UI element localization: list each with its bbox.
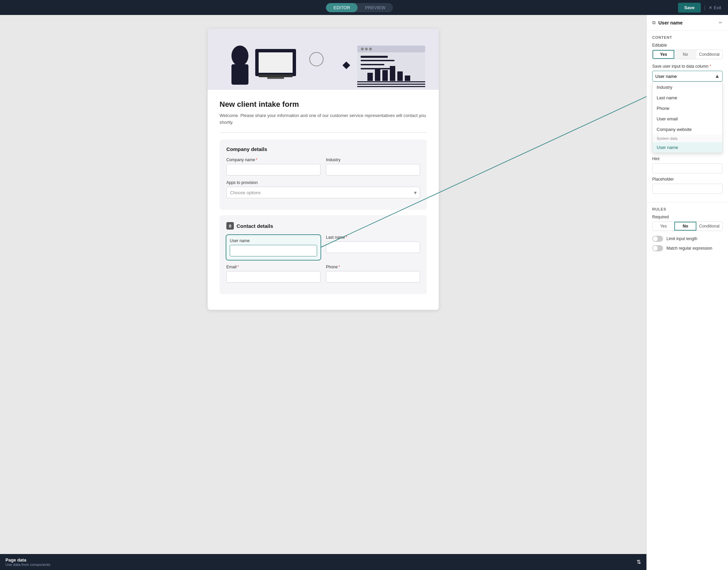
contact-section-title: Contact details <box>237 223 273 229</box>
contact-row-2: Email * Phone * <box>226 265 420 283</box>
last-name-input[interactable] <box>326 241 420 253</box>
limit-input-row: Limit input length <box>652 236 723 242</box>
match-regex-row: Match regular expression <box>652 245 723 251</box>
svg-rect-4 <box>259 52 293 73</box>
svg-rect-18 <box>367 73 373 81</box>
required-yes-btn[interactable]: Yes <box>653 222 674 231</box>
svg-point-1 <box>231 46 248 66</box>
dropdown-item-phone[interactable]: Phone <box>653 103 722 114</box>
topbar: EDITOR PREVIEW Save | ✕ Exit <box>0 0 728 15</box>
section-delete-icon[interactable]: 🗑 <box>226 222 234 230</box>
editable-no-btn[interactable]: No <box>674 50 696 59</box>
svg-rect-24 <box>357 81 425 82</box>
email-input[interactable] <box>226 271 320 283</box>
panel-copy-icon: ⧉ <box>652 20 656 26</box>
svg-rect-23 <box>405 76 410 81</box>
panel-content-section: CONTENT Editable Yes No Conditional Save… <box>647 31 728 202</box>
svg-rect-26 <box>357 86 425 87</box>
email-field: Email * <box>226 265 320 283</box>
dropdown-item-last-name[interactable]: Last name <box>653 93 722 103</box>
apps-select-wrapper: Choose options <box>226 187 420 198</box>
page-data-bar-info: Page data Use data from components <box>5 557 50 567</box>
panel-title: User name <box>658 20 716 26</box>
required-toggle-group: Yes No Conditional <box>652 221 723 231</box>
svg-rect-14 <box>361 56 388 58</box>
user-name-field-container: User name <box>226 235 320 260</box>
svg-rect-2 <box>231 64 248 85</box>
email-required-star: * <box>237 265 239 269</box>
phone-input[interactable] <box>326 271 420 283</box>
industry-field: Industry <box>326 157 420 175</box>
panel-edit-icon[interactable]: ✏ <box>719 20 723 25</box>
form-title: New client intake form <box>220 100 427 109</box>
page-data-title: Page data <box>5 557 50 563</box>
content-section-title: CONTENT <box>652 35 723 39</box>
canvas-area: New client intake form Welcome. Please s… <box>0 15 646 570</box>
hint-input[interactable] <box>652 163 723 173</box>
svg-rect-16 <box>361 64 384 65</box>
apps-label: Apps to provision <box>226 180 420 185</box>
rules-title: RULES <box>652 207 723 211</box>
phone-required-star: * <box>339 265 340 269</box>
form-hero <box>208 29 439 90</box>
svg-point-12 <box>365 48 368 50</box>
svg-rect-25 <box>357 84 425 85</box>
company-name-label: Company name * <box>226 157 320 162</box>
tab-editor[interactable]: EDITOR <box>326 3 358 12</box>
company-section-title: Company details <box>226 146 420 152</box>
data-column-select-wrapper: User name ▲ Industry Last name Phone Use… <box>652 71 723 82</box>
page-data-expand-icon[interactable]: ⇅ <box>637 559 641 565</box>
svg-rect-6 <box>267 77 284 79</box>
editable-toggle-group: Yes No Conditional <box>652 50 723 59</box>
company-row-1: Company name * Industry <box>226 157 420 175</box>
limit-input-label: Limit input length <box>666 236 697 241</box>
placeholder-input[interactable] <box>652 184 723 194</box>
dropdown-item-system-data: System data <box>653 135 722 142</box>
match-regex-toggle[interactable] <box>652 245 663 251</box>
form-description: Welcome. Please share your information a… <box>220 112 427 125</box>
save-input-label: Save user input to data column * <box>652 64 723 69</box>
company-row-2: Apps to provision Choose options <box>226 180 420 198</box>
phone-field: Phone * <box>326 265 420 283</box>
editable-label: Editable <box>652 43 723 48</box>
company-name-input[interactable] <box>226 164 320 175</box>
email-label: Email * <box>226 265 320 269</box>
industry-label: Industry <box>326 157 420 162</box>
exit-x-icon: ✕ <box>709 5 712 10</box>
hint-label: Hint <box>652 156 723 161</box>
dropdown-item-user-email[interactable]: User email <box>653 114 722 124</box>
last-name-label: Last name * <box>326 235 420 240</box>
company-required-star: * <box>256 157 258 162</box>
editable-yes-btn[interactable]: Yes <box>653 50 674 59</box>
editable-conditional-btn[interactable]: Conditional <box>696 50 722 59</box>
page-data-subtitle: Use data from components <box>5 563 50 567</box>
topbar-actions: Save | ✕ Exit <box>678 3 721 13</box>
tab-preview[interactable]: PREVIEW <box>358 3 393 12</box>
save-input-required: * <box>710 64 711 69</box>
main-layout: New client intake form Welcome. Please s… <box>0 15 728 570</box>
user-name-label: User name <box>230 238 317 243</box>
tab-switcher: EDITOR PREVIEW <box>326 3 393 12</box>
rules-section: RULES Required Yes No Conditional Limit … <box>647 202 728 259</box>
panel-header: ⧉ User name ✏ <box>647 15 728 31</box>
exit-label: Exit <box>714 5 721 10</box>
page-data-bar[interactable]: Page data Use data from components ⇅ <box>0 554 646 570</box>
phone-label: Phone * <box>326 265 420 269</box>
apps-select[interactable]: Choose options <box>226 187 420 198</box>
dropdown-item-company-website[interactable]: Company website <box>653 124 722 135</box>
required-conditional-btn[interactable]: Conditional <box>696 222 722 231</box>
dropdown-item-user-name[interactable]: User name <box>653 142 722 153</box>
user-name-highlighted: User name <box>226 235 320 260</box>
dropdown-item-industry[interactable]: Industry <box>653 82 722 93</box>
industry-input[interactable] <box>326 164 420 175</box>
company-name-field: Company name * <box>226 157 320 175</box>
svg-rect-5 <box>259 74 293 77</box>
exit-button[interactable]: ✕ Exit <box>709 5 721 10</box>
save-button[interactable]: Save <box>678 3 700 13</box>
last-name-field: Last name * <box>326 235 420 260</box>
data-column-select[interactable]: User name <box>652 71 723 82</box>
required-no-btn[interactable]: No <box>674 222 696 231</box>
user-name-input[interactable] <box>230 245 317 256</box>
company-details-section: Company details Company name * Industry <box>220 139 427 210</box>
limit-input-toggle[interactable] <box>652 236 663 242</box>
